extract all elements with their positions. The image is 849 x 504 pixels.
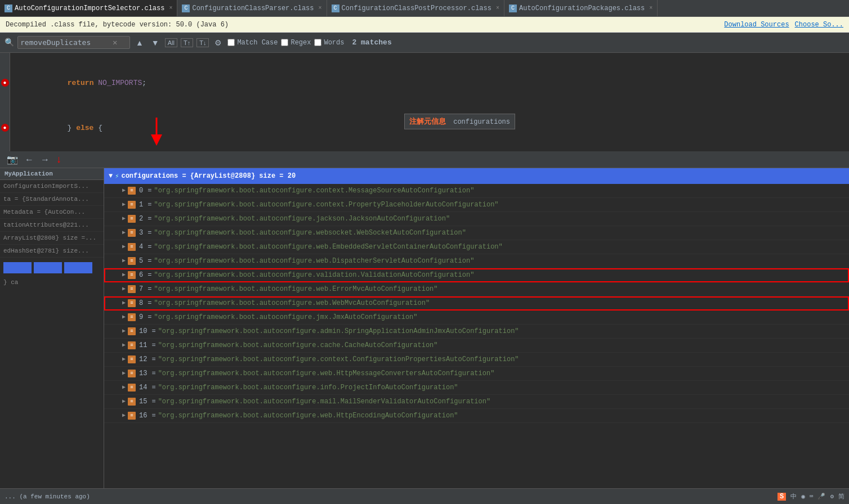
tab-configclassparser[interactable]: C ConfigurationClassParser.class ×	[177, 0, 327, 17]
var-index-5: 5	[139, 255, 143, 267]
var-item-1[interactable]: ▶ ≡ 1 = "org.springframework.boot.autoco…	[104, 198, 849, 212]
var-item-2[interactable]: ▶ ≡ 2 = "org.springframework.boot.autoco…	[104, 212, 849, 226]
var-item-15[interactable]: ▶ ≡ 15 = "org.springframework.boot.autoc…	[104, 395, 849, 409]
code-line-3: try {	[10, 145, 849, 151]
var-index-8: 8	[139, 298, 143, 309]
debug-body: MyApplication ConfigurationImportS... ta…	[0, 168, 849, 504]
match-case-checkbox[interactable]	[227, 39, 235, 46]
debug-forward-button[interactable]: →	[38, 154, 52, 166]
left-panel-title: MyApplication	[0, 168, 104, 180]
var-val-2: "org.springframework.boot.autoconfigure.…	[154, 213, 450, 224]
tree-header-icon: ⚡	[115, 172, 119, 181]
notice-links: Download Sources Choose So...	[724, 21, 843, 29]
var-tree-title: configurations = {ArrayList@2808} size =…	[121, 172, 296, 180]
search-input-wrapper: ✕	[17, 36, 130, 49]
var-tree-header[interactable]: ▼ ⚡ configurations = {ArrayList@2808} si…	[104, 168, 849, 184]
var-index-13: 13	[139, 368, 147, 379]
tab-autoconfigimportselector[interactable]: C AutoConfigurationImportSelector.class …	[0, 0, 177, 17]
search-bar: 🔍 ✕ ▲ ▼ All T↑ T↓ ⚙ Match Case Regex Wor…	[0, 33, 849, 53]
var-index-9: 9	[139, 312, 143, 323]
tab-configclasspostprocessor[interactable]: C ConfigurationClassPostProcessor.class …	[327, 0, 504, 17]
search-all-button[interactable]: All	[165, 38, 177, 47]
debug-back-button[interactable]: ←	[23, 154, 36, 166]
var-eq-2: =	[148, 213, 151, 224]
var-eq-3: =	[148, 227, 151, 238]
match-case-option[interactable]: Match Case	[227, 39, 278, 47]
expand-arrow-12: ▶	[122, 354, 126, 365]
tab-bar: C AutoConfigurationImportSelector.class …	[0, 0, 849, 17]
tab-close-1[interactable]: ×	[169, 5, 172, 11]
var-item-10[interactable]: ▶ ≡ 10 = "org.springframework.boot.autoc…	[104, 325, 849, 339]
left-panel-item-6: edHashSet@2781} size...	[0, 245, 104, 258]
tab-autoconfigpackages[interactable]: C AutoConfigurationPackages.class ×	[504, 0, 658, 17]
svg-marker-1	[151, 134, 162, 146]
var-item-9[interactable]: ▶ ≡ 9 = "org.springframework.boot.autoco…	[104, 310, 849, 325]
var-val-16: "org.springframework.boot.autoconfigure.…	[158, 410, 458, 421]
expand-arrow-7: ▶	[122, 284, 126, 295]
var-val-10: "org.springframework.boot.autoconfigure.…	[158, 326, 519, 337]
search-next-button[interactable]: ▼	[149, 37, 162, 48]
var-item-11[interactable]: ▶ ≡ 11 = "org.springframework.boot.autoc…	[104, 339, 849, 353]
type-icon-14: ≡	[128, 384, 136, 392]
type-icon-10: ≡	[128, 327, 136, 335]
search-filter1-button[interactable]: T↑	[181, 38, 193, 47]
type-icon-0: ≡	[128, 187, 136, 195]
choose-sources-link[interactable]: Choose So...	[795, 21, 843, 29]
var-item-3[interactable]: ▶ ≡ 3 = "org.springframework.boot.autoco…	[104, 226, 849, 240]
var-val-13: "org.springframework.boot.autoconfigure.…	[158, 368, 495, 379]
var-val-3: "org.springframework.boot.autoconfigure.…	[154, 227, 466, 238]
left-gutter: ● ●	[0, 53, 10, 151]
search-settings-button[interactable]: ⚙	[212, 37, 224, 48]
search-prev-button[interactable]: ▲	[133, 37, 146, 48]
var-panel[interactable]: ▼ ⚡ configurations = {ArrayList@2808} si…	[104, 168, 849, 449]
var-item-0[interactable]: ▶ ≡ 0 = "org.springframework.boot.autoco…	[104, 184, 849, 198]
expand-arrow-0: ▶	[122, 185, 126, 196]
debug-snapshot-button[interactable]: 📷	[5, 153, 20, 166]
search-clear-button[interactable]: ✕	[113, 38, 117, 47]
download-sources-link[interactable]: Download Sources	[724, 21, 789, 29]
left-panel-item-3: Metadata = {AutoCon...	[0, 206, 104, 219]
var-index-10: 10	[139, 326, 147, 337]
var-item-6[interactable]: ▶ ≡ 6 = "org.springframework.boot.autoco…	[104, 268, 849, 282]
tab-close-3[interactable]: ×	[496, 5, 499, 11]
var-item-16[interactable]: ▶ ≡ 16 = "org.springframework.boot.autoc…	[104, 409, 849, 423]
var-item-8[interactable]: ▶ ≡ 8 = "org.springframework.boot.autoco…	[104, 296, 849, 310]
var-item-12[interactable]: ▶ ≡ 12 = "org.springframework.boot.autoc…	[104, 353, 849, 367]
code-area[interactable]: return NO_IMPORTS; } else { try {	[10, 53, 849, 151]
settings-icon-bottom: ⚙	[830, 493, 834, 500]
tab-close-4[interactable]: ×	[649, 5, 653, 11]
tooltip-text: 注解元信息	[409, 117, 446, 125]
var-eq-9: =	[148, 312, 151, 323]
var-item-14[interactable]: ▶ ≡ 14 = "org.springframework.boot.autoc…	[104, 381, 849, 395]
tab-icon-4: C	[509, 4, 517, 12]
words-option[interactable]: Words	[314, 39, 344, 47]
type-icon-2: ≡	[128, 215, 136, 223]
search-filter2-button[interactable]: T↓	[196, 38, 209, 47]
keyboard-icon: ⌨	[810, 493, 814, 500]
matches-count: 2 matches	[352, 38, 391, 47]
var-val-6: "org.springframework.boot.autoconfigure.…	[154, 269, 474, 281]
debug-down-button[interactable]: ↓	[54, 152, 64, 166]
regex-option[interactable]: Regex	[281, 39, 311, 47]
var-item-5[interactable]: ▶ ≡ 5 = "org.springframework.boot.autoco…	[104, 254, 849, 268]
expand-arrow-2: ▶	[122, 213, 126, 224]
expand-arrow-11: ▶	[122, 340, 126, 351]
words-label: Words	[324, 39, 344, 47]
var-item-7[interactable]: ▶ ≡ 7 = "org.springframework.boot.autoco…	[104, 282, 849, 296]
tab-label-1: AutoConfigurationImportSelector.class	[15, 4, 164, 12]
regex-checkbox[interactable]	[281, 39, 288, 46]
color-blocks	[3, 262, 100, 273]
color-block-3	[64, 262, 92, 273]
var-index-11: 11	[139, 340, 147, 351]
var-item-4[interactable]: ▶ ≡ 4 = "org.springframework.boot.autoco…	[104, 240, 849, 254]
tab-label-2: ConfigurationClassParser.class	[192, 4, 314, 12]
var-index-2: 2	[139, 213, 143, 224]
search-input[interactable]	[20, 38, 110, 47]
words-checkbox[interactable]	[314, 39, 321, 46]
type-icon-9: ≡	[128, 313, 136, 321]
left-panel-item-2: ta = {StandardAnnota...	[0, 193, 104, 206]
tab-close-2[interactable]: ×	[319, 5, 322, 11]
debug-panel: 📷 ← → ↓ MyApplication ConfigurationImpor…	[0, 151, 849, 504]
var-item-13[interactable]: ▶ ≡ 13 = "org.springframework.boot.autoc…	[104, 367, 849, 381]
var-eq-16: =	[151, 410, 155, 421]
